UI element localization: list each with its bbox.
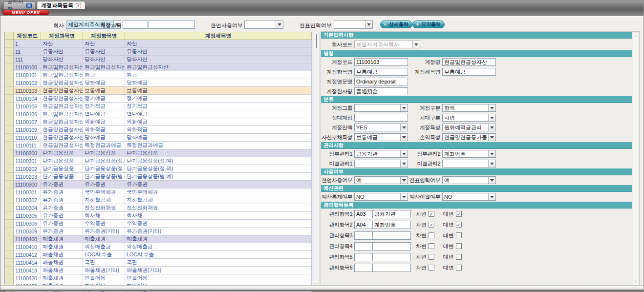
row-selector[interactable] — [5, 173, 14, 181]
table-row[interactable]: 11100300유가증권유가증권유가증권 — [5, 181, 312, 188]
budget-control-select[interactable]: NO — [354, 193, 408, 201]
scrollbar-thumb[interactable] — [316, 34, 317, 48]
table-row[interactable]: 11100105현금및현금성자산정기적금정기적금 — [5, 103, 312, 110]
debit-checkbox[interactable] — [429, 254, 434, 260]
menu-open-button[interactable]: MENU OPEN — [2, 10, 49, 15]
account-code-input[interactable] — [123, 21, 148, 29]
table-row[interactable]: 11100107현금및현금성자산외화예금외화예금 — [5, 118, 312, 126]
table-row[interactable]: 11100110현금및현금성자산당좌예금당좌예금 — [5, 134, 312, 142]
row-selector[interactable] — [5, 235, 14, 243]
account-item-field[interactable] — [354, 68, 408, 76]
debit-checkbox[interactable] — [429, 243, 434, 249]
row-selector[interactable] — [5, 228, 14, 235]
mgmt-item-code-field[interactable] — [354, 210, 373, 218]
account-detail-field[interactable] — [442, 68, 496, 76]
scroll-up-icon[interactable]: ∧ — [633, 33, 638, 39]
table-row[interactable]: 11100100현금및현금성자산현금및현금성자산현금및현금성자산 — [5, 63, 312, 71]
account-code-field[interactable] — [354, 58, 408, 66]
dc-division-select[interactable]: 차변 — [442, 114, 496, 122]
mgmt-item-code-field[interactable] — [354, 253, 373, 261]
row-selector[interactable] — [5, 126, 14, 134]
table-row[interactable]: 111당좌자산당좌자산당좌자산 — [5, 56, 312, 63]
account-trait-select[interactable]: 원화예적금관리 — [442, 124, 496, 131]
credit-checkbox[interactable]: ✓ — [456, 222, 462, 228]
row-selector[interactable] — [5, 267, 14, 274]
row-selector[interactable] — [5, 87, 14, 95]
row-selector[interactable] — [5, 157, 14, 165]
row-selector[interactable] — [5, 188, 14, 196]
row-selector[interactable] — [5, 95, 14, 103]
tab-notice[interactable]: 공지사항 × — [3, 1, 36, 9]
company-code-select[interactable]: 제일저지주식회사 — [354, 41, 420, 48]
table-row[interactable]: 11100306유가증권수익증권수익증권 — [5, 220, 312, 228]
mgmt-item-name-field[interactable] — [373, 210, 411, 218]
row-selector[interactable] — [5, 48, 14, 56]
pl-trait-select[interactable]: 현금및현금등가물 — [442, 133, 496, 141]
account-division-select[interactable]: 항목 — [442, 104, 496, 112]
table-row[interactable]: 11100111현금및현금성자산특정현금과예금특정현금과예금 — [5, 142, 312, 149]
mgmt-item-name-field[interactable] — [373, 264, 411, 272]
mgmt-item-name-field[interactable] — [373, 242, 411, 250]
debit-checkbox[interactable]: ✓ — [429, 211, 434, 217]
row-selector[interactable] — [5, 63, 14, 71]
row-selector[interactable] — [5, 196, 14, 204]
row-selector[interactable] — [5, 165, 14, 173]
table-row[interactable]: 11100419매출채권매출채권(기타)매출채권(기타) — [5, 267, 312, 274]
account-name-field[interactable] — [442, 58, 496, 66]
table-row[interactable]: 11100202단기금융상품단기금융상품(정.적)단기금융상품(정.적) — [5, 165, 312, 173]
table-row[interactable]: 11100106현금및현금성자산별단예금별단예금 — [5, 110, 312, 118]
table-row[interactable]: 11100109현금및현금성자산외화적금외화적금 — [5, 126, 312, 134]
row-selector[interactable] — [5, 274, 14, 282]
credit-checkbox[interactable]: ✓ — [456, 211, 462, 217]
debit-checkbox[interactable] — [429, 232, 434, 238]
row-selector[interactable] — [5, 142, 14, 149]
row-selector[interactable] — [5, 40, 14, 48]
summary-print-button[interactable]: 요약출력 — [412, 21, 445, 28]
row-selector[interactable] — [5, 251, 14, 259]
table-row[interactable]: 11100103현금및현금성자산보통예금보통예금 — [5, 87, 312, 95]
table-row[interactable]: 11100203단기금융상품단기금융상품(별.예)단기금융상품(별.예) — [5, 173, 312, 181]
row-selector[interactable] — [5, 110, 14, 118]
book-mgmt2-select[interactable]: 계좌번호 — [442, 150, 496, 158]
row-selector[interactable] — [5, 181, 14, 188]
row-selector[interactable] — [5, 103, 14, 110]
debit-checkbox[interactable]: ✓ — [429, 222, 434, 228]
table-row[interactable]: 11100414매출채권국판국판 — [5, 259, 312, 267]
account-hanja-field[interactable] — [354, 87, 408, 95]
field-use-form-select[interactable]: 예 — [354, 176, 408, 184]
mgmt-item-code-field[interactable] — [354, 221, 373, 229]
account-english-field[interactable] — [354, 78, 408, 85]
table-row[interactable]: 11100102현금및현금성자산당좌예금당좌예금 — [5, 79, 312, 87]
row-selector[interactable] — [5, 56, 14, 63]
row-selector[interactable] — [5, 204, 14, 212]
asset-liability-trait-select[interactable]: 보통예금 — [354, 133, 408, 141]
pending-mgmt2-select[interactable] — [442, 160, 496, 167]
table-row[interactable]: 11100200단기금융상품단기금융상품단기금융상품 — [5, 149, 312, 157]
credit-checkbox[interactable] — [456, 265, 462, 271]
mgmt-item-code-field[interactable] — [354, 264, 373, 272]
detail-print-button[interactable]: 상세출력 — [380, 21, 412, 28]
table-scrollbar[interactable] — [314, 32, 320, 284]
table-row[interactable]: 1자산자산자산 — [5, 40, 312, 48]
table-row[interactable]: 11100101현금및현금성자산현금현금 — [5, 71, 312, 79]
slip-input-select[interactable] — [334, 21, 373, 29]
row-selector[interactable] — [5, 259, 14, 267]
debit-checkbox[interactable] — [429, 265, 434, 271]
mgmt-item-code-field[interactable] — [354, 231, 373, 240]
field-use-select[interactable] — [244, 21, 283, 29]
table-row[interactable]: 11100201단기금융상품단기금융상품(정.예)단기금융상품(정.예) — [5, 157, 312, 165]
table-row[interactable]: 11100412매출채권LOCAL수출LOCAL수출 — [5, 251, 312, 259]
table-row[interactable]: 11100309유가증권유가증권(기타)유가증권(기타) — [5, 228, 312, 235]
book-mgmt1-select[interactable]: 금융기관 — [354, 150, 408, 158]
table-row[interactable]: 11100302유가증권지하철공채지하철공채 — [5, 196, 312, 204]
table-row[interactable]: 11100304유가증권전신전화채권전신전화채권 — [5, 204, 312, 212]
slip-input-form-select[interactable]: 예 — [442, 176, 496, 184]
mgmt-item-name-field[interactable] — [373, 253, 411, 261]
table-row[interactable]: 11유동자산유동자산유동자산 — [5, 48, 312, 56]
tab-close-icon[interactable]: × — [26, 3, 32, 8]
credit-checkbox[interactable] — [456, 254, 462, 260]
mgmt-item-name-field[interactable] — [373, 221, 411, 229]
mgmt-item-code-field[interactable] — [354, 242, 373, 250]
table-row[interactable]: 11100301유가증권국민주택채권국민주택채권 — [5, 188, 312, 196]
table-row[interactable]: 11100305유가증권회사채회사채 — [5, 212, 312, 220]
